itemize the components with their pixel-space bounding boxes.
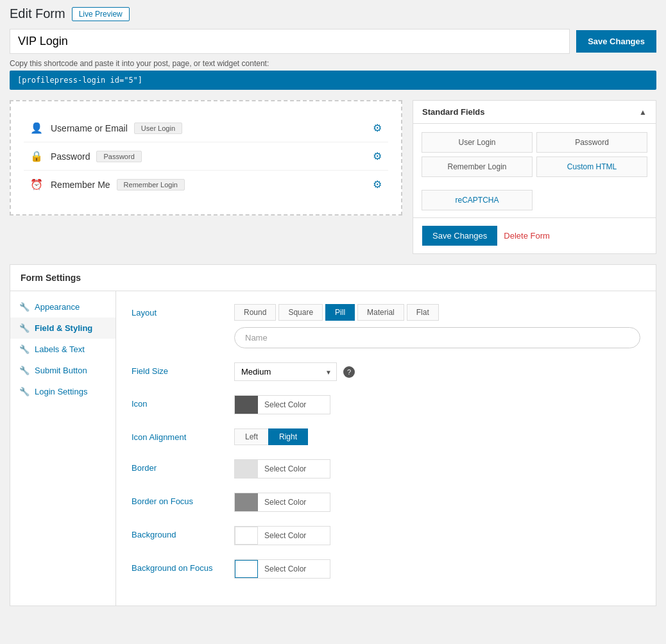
wrench-icon: 🔧 xyxy=(19,344,30,354)
layout-btn[interactable]: Round xyxy=(234,304,276,321)
sidebar-item[interactable]: 🔧 Submit Button xyxy=(10,360,115,381)
shortcode-label: Copy this shortcode and paste it into yo… xyxy=(10,59,656,68)
wrench-icon: 🔧 xyxy=(19,302,30,312)
setting-row: Background on Focus Select Color xyxy=(132,559,640,579)
standard-fields-title: Standard Fields xyxy=(422,107,485,117)
page-title: Edit Form xyxy=(10,6,65,21)
wrench-icon: 🔧 xyxy=(19,323,30,333)
field-row: 🔒 Password Password ⚙ xyxy=(24,142,388,171)
setting-row: Background Select Color xyxy=(132,526,640,545)
background-color-picker[interactable]: Select Color xyxy=(234,526,330,545)
border-focus-color-label: Select Color xyxy=(258,498,312,507)
recaptcha-button[interactable]: reCAPTCHA xyxy=(422,190,533,210)
setting-row: Layout RoundSquarePillMaterialFlat xyxy=(132,304,640,348)
wrench-icon: 🔧 xyxy=(19,366,30,375)
border-color-picker[interactable]: Select Color xyxy=(234,459,330,479)
sidebar-item-label: Appearance xyxy=(35,302,80,312)
panel-collapse-icon[interactable]: ▲ xyxy=(639,108,647,117)
layout-buttons: RoundSquarePillMaterialFlat xyxy=(234,304,640,321)
standard-fields-panel: Standard Fields ▲ User LoginPasswordReme… xyxy=(413,100,656,254)
setting-row: Border Select Color xyxy=(132,459,640,479)
live-preview-button[interactable]: Live Preview xyxy=(72,7,130,21)
field-label: Username or Email xyxy=(51,123,128,133)
border-color-label: Select Color xyxy=(258,464,312,473)
alignment-buttons: LeftRight xyxy=(234,428,640,445)
help-icon[interactable]: ? xyxy=(343,366,355,378)
field-badge: User Login xyxy=(134,123,182,134)
setting-row: Field Size SmallMediumLarge ? xyxy=(132,362,640,381)
field-label: Remember Me xyxy=(51,180,110,190)
field-icon: ⏰ xyxy=(30,178,43,191)
layout-btn[interactable]: Material xyxy=(357,304,404,321)
setting-label: Icon Alignment xyxy=(132,428,234,442)
form-settings-title: Form Settings xyxy=(10,265,656,291)
standard-field-button[interactable]: Custom HTML xyxy=(536,157,647,177)
delete-form-link[interactable]: Delete Form xyxy=(504,231,550,241)
setting-label: Background on Focus xyxy=(132,559,234,573)
field-badge: Remember Login xyxy=(117,179,185,191)
border-focus-color-swatch xyxy=(235,493,258,511)
icon-color-swatch xyxy=(235,396,258,414)
shortcode-bar: [profilepress-login id="5"] xyxy=(10,71,656,90)
sidebar-item[interactable]: 🔧 Appearance xyxy=(10,296,115,318)
icon-color-picker[interactable]: Select Color xyxy=(234,395,330,414)
gear-icon[interactable]: ⚙ xyxy=(373,150,382,162)
form-name-input[interactable] xyxy=(10,29,570,54)
setting-label: Layout xyxy=(132,304,234,318)
save-changes-top-button[interactable]: Save Changes xyxy=(576,30,656,53)
background-focus-color-picker[interactable]: Select Color xyxy=(234,559,330,579)
sidebar-item[interactable]: 🔧 Login Settings xyxy=(10,381,115,402)
field-row: 👤 Username or Email User Login ⚙ xyxy=(24,114,388,142)
sidebar-item[interactable]: 🔧 Labels & Text xyxy=(10,339,115,360)
field-icon: 👤 xyxy=(30,122,43,134)
setting-label: Field Size xyxy=(132,362,234,376)
gear-icon[interactable]: ⚙ xyxy=(373,178,382,191)
setting-label: Border on Focus xyxy=(132,493,234,506)
sidebar-item[interactable]: 🔧 Field & Styling xyxy=(10,318,115,339)
gear-icon[interactable]: ⚙ xyxy=(373,122,382,134)
save-changes-panel-button[interactable]: Save Changes xyxy=(422,226,497,246)
sidebar-item-label: Field & Styling xyxy=(35,323,92,333)
field-icon: 🔒 xyxy=(30,150,43,162)
background-focus-color-swatch xyxy=(235,560,258,578)
setting-row: Icon Select Color xyxy=(132,395,640,414)
background-color-swatch xyxy=(235,527,258,545)
setting-label: Background xyxy=(132,526,234,539)
standard-field-button[interactable]: Remember Login xyxy=(422,157,533,177)
setting-row: Icon Alignment LeftRight xyxy=(132,428,640,445)
setting-label: Icon xyxy=(132,395,234,409)
form-preview: 👤 Username or Email User Login ⚙ 🔒 Passw… xyxy=(10,100,402,216)
layout-preview-input[interactable] xyxy=(234,327,640,348)
standard-field-button[interactable]: User Login xyxy=(422,132,533,153)
form-settings-wrapper: Form Settings 🔧 Appearance 🔧 Field & Sty… xyxy=(10,264,656,606)
standard-field-button[interactable]: Password xyxy=(536,132,647,153)
layout-btn[interactable]: Pill xyxy=(325,304,355,321)
field-badge: Password xyxy=(96,151,141,162)
setting-row: Border on Focus Select Color xyxy=(132,493,640,512)
sidebar-item-label: Labels & Text xyxy=(35,344,85,354)
wrench-icon: 🔧 xyxy=(19,387,30,396)
field-row: ⏰ Remember Me Remember Login ⚙ xyxy=(24,171,388,198)
alignment-btn[interactable]: Left xyxy=(234,428,268,445)
background-color-label: Select Color xyxy=(258,531,312,540)
border-focus-color-picker[interactable]: Select Color xyxy=(234,493,330,512)
layout-btn[interactable]: Square xyxy=(278,304,323,321)
sidebar-item-label: Submit Button xyxy=(35,366,87,375)
layout-btn[interactable]: Flat xyxy=(407,304,439,321)
background-focus-color-label: Select Color xyxy=(258,564,312,573)
sidebar-item-label: Login Settings xyxy=(35,387,87,396)
field-label: Password xyxy=(51,151,90,162)
alignment-btn[interactable]: Right xyxy=(268,428,308,445)
setting-label: Border xyxy=(132,459,234,473)
icon-color-label: Select Color xyxy=(258,400,312,409)
border-color-swatch xyxy=(235,460,258,478)
field-size-select[interactable]: SmallMediumLarge xyxy=(234,362,337,381)
